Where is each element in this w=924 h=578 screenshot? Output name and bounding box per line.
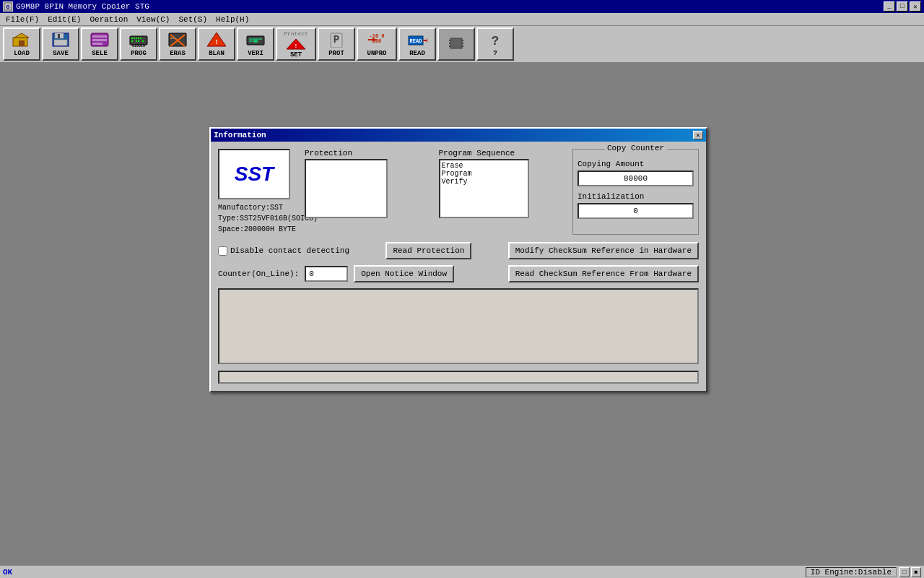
svg-rect-8 [58, 34, 60, 38]
menu-file[interactable]: File(F) [1, 14, 43, 25]
sele-icon [90, 31, 110, 48]
svg-rect-20 [136, 40, 137, 42]
disable-contact-checkbox[interactable] [218, 246, 227, 256]
svg-marker-46 [427, 38, 427, 43]
type-text: Type:SST25VF016B(SOIC8) [218, 213, 297, 224]
svg-rect-28 [173, 38, 174, 39]
svg-text:P: P [334, 34, 339, 46]
svg-rect-16 [136, 38, 137, 39]
help-icon: ? [485, 31, 505, 48]
open-notice-button[interactable]: Open Notice Window [354, 265, 454, 282]
svg-rect-19 [131, 40, 133, 42]
read-checksum-button[interactable]: Read CheckSum Reference From Hardware [508, 265, 699, 282]
set-label: SET [290, 51, 302, 59]
eras-label: ERAS [170, 50, 186, 57]
save-icon [51, 31, 71, 48]
maximize-button[interactable]: □ [897, 1, 908, 12]
veri-button[interactable]: ≡ VERI [237, 27, 274, 61]
menu-set[interactable]: Set(S) [174, 14, 212, 25]
svg-rect-17 [138, 38, 139, 39]
svg-rect-54 [462, 46, 463, 47]
sele-button[interactable]: SELE [81, 27, 118, 61]
save-label: SAVE [53, 50, 69, 57]
load-icon [12, 31, 32, 48]
svg-text:G: G [6, 4, 10, 10]
dialog-title-bar: Information ✕ [211, 129, 706, 142]
main-area: Information ✕ SST Manufactory:SST Type:S… [0, 64, 924, 565]
initialization-input[interactable] [578, 203, 694, 219]
unpro-button[interactable]: -10 0 100 UNPRO [357, 27, 397, 61]
svg-text:!: ! [295, 43, 298, 49]
menu-edit[interactable]: Edit(E) [43, 14, 85, 25]
read-protection-button[interactable]: Read Protection [385, 242, 471, 259]
seq-item-verify: Verify [442, 178, 526, 186]
svg-rect-15 [134, 38, 135, 39]
prog-button[interactable]: 010010 PROG [120, 27, 157, 61]
svg-rect-21 [138, 40, 139, 42]
save-button[interactable]: SAVE [42, 27, 79, 61]
help-button[interactable]: ? ? [476, 27, 514, 61]
svg-text:!: ! [214, 39, 218, 46]
toolbar: LOAD SAVE SELE [0, 26, 924, 64]
svg-rect-18 [140, 38, 141, 39]
eras-button[interactable]: ERAS [159, 27, 196, 61]
load-button[interactable]: LOAD [3, 27, 40, 61]
menu-view[interactable]: View(C) [132, 14, 174, 25]
chip-icon [446, 35, 466, 52]
eras-icon [167, 31, 188, 48]
size-btn-2[interactable]: ■ [911, 567, 921, 577]
info-textarea[interactable] [218, 288, 699, 364]
program-sequence-listbox[interactable]: Erase Program Verify [439, 159, 529, 218]
dialog-close-button[interactable]: ✕ [693, 131, 703, 139]
svg-rect-50 [449, 43, 450, 44]
size-btn-1[interactable]: □ [899, 567, 910, 577]
blan-icon: ! [206, 31, 227, 48]
counter-line: Counter(On_Line): Open Notice Window Rea… [218, 265, 699, 282]
information-dialog: Information ✕ SST Manufactory:SST Type:S… [209, 127, 707, 392]
app-icon: G [3, 1, 13, 12]
read-button[interactable]: READ READ [398, 27, 436, 61]
protection-listbox[interactable] [305, 159, 388, 218]
svg-rect-7 [54, 40, 67, 46]
menu-help[interactable]: Help(H) [212, 14, 253, 25]
svg-rect-29 [175, 38, 176, 39]
protect-sublabel: Protect [284, 30, 308, 37]
copy-counter-title: Copy Counter [604, 144, 667, 152]
minimize-button[interactable]: _ [884, 1, 895, 12]
disable-contact-label: Disable contact detecting [230, 246, 349, 255]
blan-button[interactable]: ! BLAN [198, 27, 235, 61]
unpro-icon: -10 0 100 [367, 31, 387, 48]
chip-button[interactable] [437, 27, 475, 61]
status-ok: OK [3, 568, 12, 577]
svg-text:?: ? [492, 34, 500, 48]
copying-amount-input[interactable] [578, 171, 694, 186]
prot-button[interactable]: P PROT [318, 27, 355, 61]
load-label: LOAD [14, 50, 30, 57]
initialization-label: Initialization [578, 192, 694, 201]
app-title: G9M8P 8PIN Memory Cpoier STG [16, 2, 149, 11]
close-button[interactable]: ✕ [910, 1, 921, 12]
device-info: Manufactory:SST Type:SST25VF016B(SOIC8) … [218, 202, 297, 235]
svg-rect-14 [131, 38, 133, 39]
prot-icon: P [326, 31, 346, 48]
modify-checksum-button[interactable]: Modify CheckSum Reference in Hardware [508, 242, 699, 259]
svg-rect-49 [449, 40, 450, 41]
protection-label: Protection [305, 149, 432, 158]
svg-rect-52 [462, 40, 463, 41]
menu-operation[interactable]: Oeration [85, 14, 132, 25]
checkbox-row: Disable contact detecting Read Protectio… [218, 242, 699, 259]
protect-set-button[interactable]: Protect ! SET [276, 27, 316, 61]
dialog-title-text: Information [214, 131, 266, 139]
svg-rect-27 [170, 38, 172, 39]
manufacturer-text: Manufactory:SST [218, 202, 297, 213]
read-label: READ [409, 50, 425, 57]
copy-counter-section: Copy Counter Copying Amount Initializati… [572, 149, 699, 235]
prog-label: PROG [131, 50, 147, 57]
engine-status: ID Engine:Disable [806, 567, 897, 577]
seq-item-program: Program [442, 170, 526, 178]
title-bar: G G9M8P 8PIN Memory Cpoier STG _ □ ✕ [0, 0, 924, 13]
copying-amount-label: Copying Amount [578, 160, 694, 168]
space-text: Space:200000H BYTE [218, 224, 297, 235]
dialog-status-bar [218, 371, 699, 384]
counter-online-input[interactable] [305, 266, 348, 282]
